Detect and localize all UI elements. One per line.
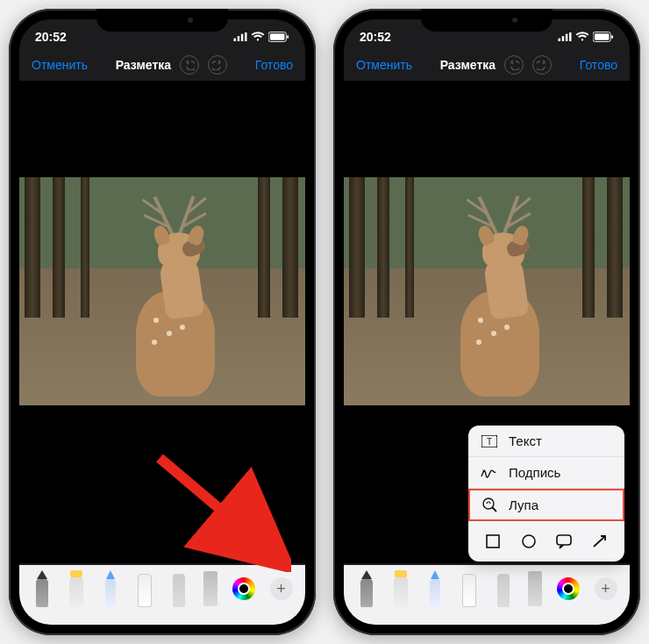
svg-line-19 [492,507,496,512]
menu-item-label: Лупа [509,497,538,512]
arrow-shape-icon[interactable] [588,530,611,553]
menu-item-text[interactable]: T Текст [468,426,624,457]
svg-rect-10 [566,34,568,41]
svg-rect-1 [238,36,240,41]
marker-tool-icon[interactable] [67,570,86,607]
battery-icon [268,32,289,42]
menu-item-magnifier[interactable]: Лупа [468,489,624,521]
pencil-tool-icon[interactable] [101,570,120,607]
svg-point-21 [523,535,535,547]
nav-bar: Отменить Разметка Готово [19,49,305,81]
cancel-button[interactable]: Отменить [32,58,88,72]
status-time: 20:52 [360,30,391,44]
signature-icon: x [481,467,498,479]
nav-title: Разметка [440,58,496,72]
svg-rect-5 [270,33,285,39]
shapes-row [468,521,624,562]
lasso-tool-icon[interactable] [494,570,513,607]
battery-icon [593,32,614,42]
status-time: 20:52 [35,30,67,44]
markup-toolbar: + [344,565,630,625]
plus-button[interactable]: + [595,577,617,600]
marker-tool-icon[interactable] [391,570,410,607]
add-menu-popup: T Текст x Подпись Лупа [468,426,624,562]
pen-tool-icon[interactable] [32,570,52,607]
svg-rect-9 [562,36,565,41]
svg-rect-3 [245,32,247,41]
menu-item-signature[interactable]: x Подпись [468,457,624,489]
photo-content [19,177,305,405]
done-button[interactable]: Готово [580,58,617,72]
markup-toolbar: + [19,565,305,625]
svg-rect-11 [569,32,572,41]
nav-title: Разметка [116,58,171,72]
signal-icon [558,32,572,41]
phone-right: 20:52 Отменить Разметка Готово [333,9,640,635]
done-button[interactable]: Готово [255,58,293,72]
notch [96,9,228,32]
svg-rect-6 [287,35,289,39]
nav-bar: Отменить Разметка Готово [344,49,630,81]
phone-left: 20:52 Отменить Разметка Готово [9,9,316,635]
menu-item-label: Текст [509,433,542,448]
svg-rect-8 [559,39,561,41]
svg-rect-2 [241,34,244,41]
pen-tool-icon[interactable] [357,570,376,607]
wifi-icon [575,32,589,42]
redo-icon[interactable] [532,55,552,75]
svg-rect-13 [595,33,610,39]
square-shape-icon[interactable] [481,530,504,553]
menu-item-label: Подпись [509,465,560,480]
svg-rect-0 [234,39,237,41]
signal-icon [233,32,247,41]
undo-icon[interactable] [504,55,524,75]
wifi-icon [251,32,265,42]
ruler-tool-icon[interactable] [528,571,542,606]
pencil-tool-icon[interactable] [425,570,445,607]
magnifier-icon [481,497,498,512]
svg-rect-20 [487,535,499,547]
svg-rect-22 [557,535,571,545]
lasso-tool-icon[interactable] [169,570,189,607]
circle-shape-icon[interactable] [517,530,540,553]
notch [421,9,553,32]
plus-button[interactable]: + [270,577,293,600]
eraser-tool-icon[interactable] [460,570,479,607]
editing-canvas[interactable] [19,81,305,563]
color-picker-icon[interactable] [232,577,255,600]
svg-line-23 [594,537,604,547]
redo-icon[interactable] [208,55,227,75]
text-icon: T [481,435,498,447]
speech-bubble-shape-icon[interactable] [553,530,575,553]
ruler-tool-icon[interactable] [203,571,218,606]
eraser-tool-icon[interactable] [135,570,154,607]
cancel-button[interactable]: Отменить [356,58,412,72]
undo-icon[interactable] [180,55,199,75]
svg-text:T: T [487,437,492,447]
color-picker-icon[interactable] [557,577,580,600]
svg-text:x: x [482,468,485,473]
photo-content [344,177,630,405]
svg-rect-14 [611,35,613,39]
